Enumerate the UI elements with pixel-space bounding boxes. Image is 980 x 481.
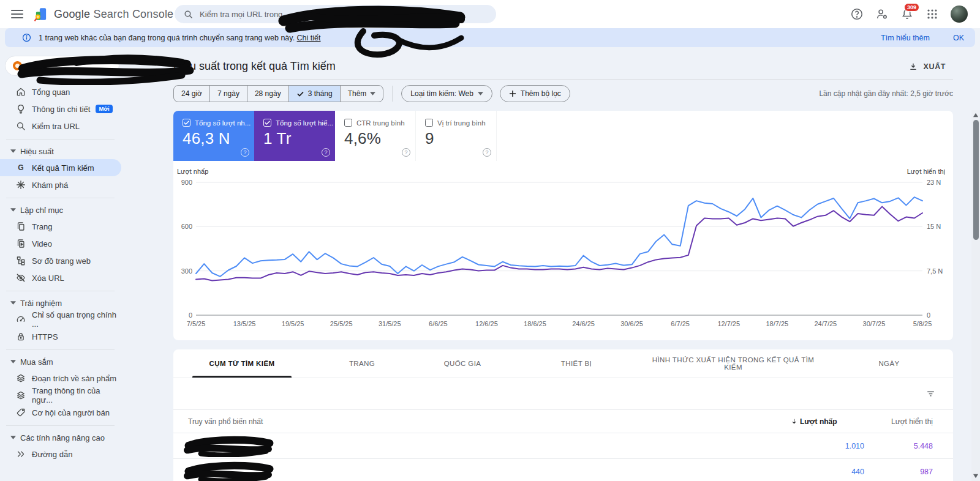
table-row[interactable]: 440 987 xyxy=(173,459,953,481)
tab-1[interactable]: TRANG xyxy=(311,349,413,378)
metric-card-3[interactable]: Vị trí trung bình 9 ? xyxy=(416,111,497,161)
sidebar-section-shopping-section[interactable]: Mua sắm xyxy=(0,354,173,370)
sidebar-item-url-inspection[interactable]: Kiểm tra URL xyxy=(0,117,121,135)
sidebar-item-sitemaps[interactable]: Sơ đồ trang web xyxy=(0,252,121,269)
tab-2[interactable]: QUỐC GIA xyxy=(413,349,511,378)
impressions-cell: 5.448 xyxy=(864,442,953,450)
sidebar-item-label: Cơ hội của người bán xyxy=(32,408,110,417)
checked-checkbox[interactable] xyxy=(263,119,271,127)
banner-ok-button[interactable]: OK xyxy=(953,34,964,42)
sidebar-item-video-pages[interactable]: Video xyxy=(0,235,121,252)
checked-checkbox[interactable] xyxy=(183,119,190,127)
tab-4[interactable]: HÌNH THỨC XUẤT HIỆN TRONG KẾT QUẢ TÌM KI… xyxy=(641,349,825,378)
svg-text:12/7/25: 12/7/25 xyxy=(717,320,740,327)
property-migration-banner: 1 trang web khác của bạn đang trong quá … xyxy=(5,28,975,47)
svg-text:31/5/25: 31/5/25 xyxy=(379,320,401,327)
menu-icon[interactable] xyxy=(11,10,23,18)
divider xyxy=(6,291,115,291)
section-label: Hiệu suất xyxy=(20,147,54,156)
notifications-bell-icon[interactable]: 309 xyxy=(900,7,914,21)
metric-card-0[interactable]: Tổng số lượt nh... 46,3 N ? xyxy=(173,111,254,161)
apps-grid-icon[interactable] xyxy=(925,7,939,21)
sidebar-item-overview[interactable]: Tổng quan xyxy=(0,83,121,100)
svg-text:300: 300 xyxy=(181,267,192,275)
lock-icon xyxy=(15,331,26,342)
metric-card-1[interactable]: Tổng số lượt hiể... 1 Tr ? xyxy=(254,111,335,161)
vertical-scrollbar[interactable] xyxy=(971,110,980,481)
tab-label: THIẾT BỊ xyxy=(561,360,592,367)
export-button[interactable]: XUẤT xyxy=(908,62,953,72)
filter-list-icon[interactable] xyxy=(925,389,936,399)
learn-more-link[interactable]: Tìm hiểu thêm xyxy=(881,34,930,42)
svg-text:6/7/25: 6/7/25 xyxy=(671,320,690,327)
sidebar-item-https[interactable]: HTTPS xyxy=(0,328,121,345)
sidebar-section-experience-section[interactable]: Trải nghiệm xyxy=(0,295,173,311)
svg-text:24/6/25: 24/6/25 xyxy=(572,320,595,327)
google-g-icon: G xyxy=(15,162,26,173)
sidebar-item-breadcrumbs[interactable]: Đường dẫn xyxy=(0,446,121,463)
impressions-column-header[interactable]: Lượt hiển thị xyxy=(864,417,953,426)
sidebar-item-removals[interactable]: Xóa URL xyxy=(0,269,121,286)
sidebar-section-advanced-section[interactable]: Các tính năng nâng cao xyxy=(0,430,173,446)
sidebar-item-search-results[interactable]: G Kết quả Tìm kiếm xyxy=(0,159,121,176)
help-icon[interactable]: ? xyxy=(322,148,330,157)
unchecked-checkbox[interactable] xyxy=(425,119,433,127)
sidebar-item-insights[interactable]: Thông tin chi tiếtMới xyxy=(0,100,121,117)
metric-value: 4,6% xyxy=(344,129,415,148)
scrollbar-thumb[interactable] xyxy=(973,120,979,240)
add-filter-chip[interactable]: Thêm bộ lọc xyxy=(500,85,570,102)
sidebar-item-merchant-opportunities[interactable]: Cơ hội của người bán xyxy=(0,404,121,421)
site-favicon xyxy=(13,61,22,70)
tab-5[interactable]: NGÀY xyxy=(825,349,953,378)
banner-detail-link[interactable]: Chi tiết xyxy=(297,34,321,42)
help-icon[interactable]: ? xyxy=(241,148,249,157)
sidebar-section-performance-section[interactable]: Hiệu suất xyxy=(0,143,173,159)
clicks-column-header[interactable]: Lượt nhấp xyxy=(791,417,864,426)
sidebar-item-pages[interactable]: Trang xyxy=(0,218,121,235)
sidebar-item-label: Xóa URL xyxy=(32,274,64,283)
date-chip-thêm[interactable]: Thêm xyxy=(340,86,383,102)
dimension-tabs: CỤM TỪ TÌM KIẾMTRANGQUỐC GIATHIẾT BỊHÌNH… xyxy=(173,349,953,378)
avatar[interactable] xyxy=(951,6,968,23)
date-chip-28-ngày[interactable]: 28 ngày xyxy=(247,86,288,102)
section-label: Trải nghiệm xyxy=(20,299,62,308)
unchecked-checkbox[interactable] xyxy=(344,119,352,127)
tag-icon xyxy=(15,407,26,418)
svg-text:600: 600 xyxy=(181,223,192,230)
scroll-down-arrow-icon[interactable] xyxy=(973,474,978,479)
divider xyxy=(6,198,115,198)
sidebar-item-merchant-listings[interactable]: Trang thông tin của ngư... xyxy=(0,387,121,404)
sitemap-icon xyxy=(15,255,26,266)
manage-accounts-icon[interactable] xyxy=(875,7,889,21)
search-console-logo-icon xyxy=(33,6,49,22)
download-icon xyxy=(908,62,918,72)
date-chip-24-giờ[interactable]: 24 giờ xyxy=(174,86,209,102)
sidebar-item-core-web-vitals[interactable]: Chỉ số quan trọng chính ... xyxy=(0,311,121,328)
scroll-up-arrow-icon[interactable] xyxy=(973,113,978,117)
notification-count-badge: 309 xyxy=(904,3,919,12)
sidebar-item-discover[interactable]: Khám phá xyxy=(0,176,121,193)
help-icon[interactable] xyxy=(850,7,864,21)
date-chip-3-tháng[interactable]: 3 tháng xyxy=(288,86,340,102)
url-inspect-search-input[interactable]: Kiểm tra mọi URL trong xyxy=(175,5,496,23)
help-icon[interactable]: ? xyxy=(483,148,491,157)
date-chip-7-ngày[interactable]: 7 ngày xyxy=(209,86,247,102)
performance-line-chart[interactable]: Lượt nhấpLượt hiển thị030060090007,5 N15… xyxy=(173,161,953,340)
table-header-row: Truy vấn phổ biến nhất Lượt nhấp Lượt hi… xyxy=(173,410,953,433)
tab-3[interactable]: THIẾT BỊ xyxy=(511,349,641,378)
help-icon[interactable]: ? xyxy=(402,148,410,157)
sidebar-section-indexing-section[interactable]: Lập chỉ mục xyxy=(0,202,173,218)
query-column-header[interactable]: Truy vấn phổ biến nhất xyxy=(173,417,791,426)
chevron-down-icon xyxy=(10,149,16,153)
chevron-down-icon xyxy=(478,92,483,95)
property-selector[interactable] xyxy=(5,56,119,76)
tab-0[interactable]: CỤM TỪ TÌM KIẾM xyxy=(173,349,311,378)
svg-text:7/5/25: 7/5/25 xyxy=(187,320,206,327)
sidebar-item-label: Thông tin chi tiết xyxy=(32,105,90,114)
video-icon xyxy=(15,238,26,249)
sidebar-item-product-snippets[interactable]: Đoạn trích về sản phẩm xyxy=(0,370,121,387)
search-type-chip[interactable]: Loại tìm kiếm: Web xyxy=(401,85,492,102)
table-row[interactable]: 1.010 5.448 xyxy=(173,433,953,459)
sidebar-nav: Tổng quan Thông tin chi tiếtMới Kiểm tra… xyxy=(0,83,173,463)
metric-card-2[interactable]: CTR trung bình 4,6% ? xyxy=(335,111,416,161)
